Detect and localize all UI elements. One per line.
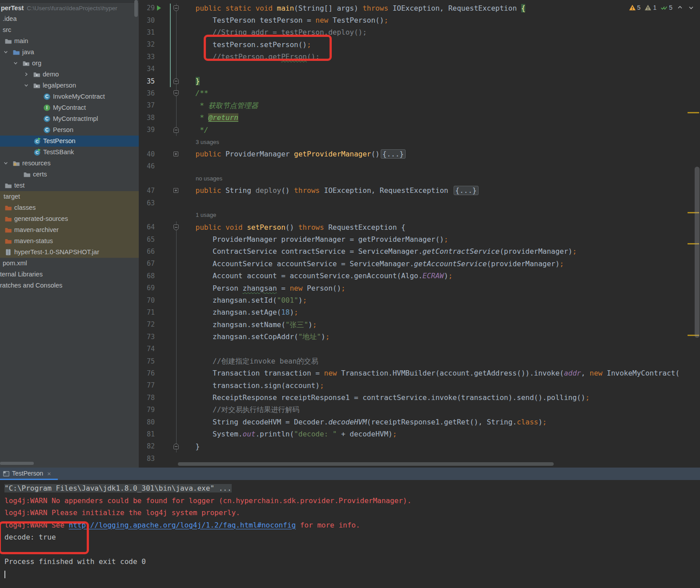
- chevron-right-icon[interactable]: [23, 71, 30, 78]
- editor-line-31[interactable]: 31 //String addr = testPerson.deploy();: [139, 26, 700, 38]
- tree-item-testsbank[interactable]: CTestSBank: [0, 147, 139, 158]
- tree-item-hypertest-1-0-snapshot-jar[interactable]: hyperTest-1.0-SNAPSHOT.jar: [0, 247, 139, 258]
- editor-line-64[interactable]: 64 public void setPerson() throws Reques…: [139, 221, 700, 233]
- editor-line-36[interactable]: 36 /**: [139, 87, 700, 99]
- editor-line-76[interactable]: 76 Transaction transaction = new Transac…: [139, 367, 700, 379]
- tree-item-generated-sources[interactable]: generated-sources: [0, 213, 139, 224]
- tree-item-maven-status[interactable]: maven-status: [0, 236, 139, 247]
- editor-line-79[interactable]: 79 //对交易执行结果进行解码: [139, 404, 700, 416]
- console-link[interactable]: http://logging.apache.org/log4j/1.2/faq.…: [69, 521, 296, 529]
- close-icon[interactable]: ×: [47, 468, 51, 480]
- editor-line-72[interactable]: 72 zhangsan.setName("张三");: [139, 319, 700, 331]
- editor-line-37[interactable]: 37 * 获取节点管理器: [139, 100, 700, 112]
- editor-line-46[interactable]: 46: [139, 160, 700, 172]
- chevron-down-icon[interactable]: [3, 160, 9, 167]
- editor-line-75[interactable]: 75 //创建指定invoke bean的交易: [139, 355, 700, 367]
- tree-item-main[interactable]: main: [0, 36, 139, 47]
- fold-marker[interactable]: [173, 78, 179, 84]
- tree-item-target[interactable]: target: [0, 191, 139, 202]
- chevron-down-icon[interactable]: [3, 49, 9, 56]
- editor-line-32[interactable]: 32 testPerson.setPerson();: [139, 39, 700, 51]
- tree-item-maven-archiver[interactable]: maven-archiver: [0, 224, 139, 236]
- editor-line-73[interactable]: 73 zhangsan.setCopAddr("地址");: [139, 331, 700, 343]
- prev-problem-button[interactable]: [676, 4, 684, 11]
- tree-item-certs[interactable]: certs: [0, 169, 139, 180]
- tree-item-src[interactable]: src: [0, 24, 139, 36]
- tree-item-legalperson[interactable]: legalperson: [0, 80, 139, 91]
- tree-item-mycontractimpl[interactable]: CMyContractImpl: [0, 113, 139, 124]
- svg-text:C: C: [45, 94, 48, 99]
- tree-item-pom-xml[interactable]: pom.xml: [0, 258, 139, 269]
- fold-marker[interactable]: [173, 188, 178, 193]
- editor-line-78[interactable]: 78 ReceiptResponse receiptResponse1 = co…: [139, 392, 700, 404]
- fold-marker[interactable]: [173, 5, 179, 11]
- editor-line-77[interactable]: 77 transaction.sign(account);: [139, 380, 700, 392]
- tree-horizontal-scrollbar[interactable]: [0, 462, 34, 465]
- editor-line-39[interactable]: 39 */: [139, 124, 700, 136]
- next-problem-button[interactable]: [688, 4, 695, 11]
- tree-vertical-scrollbar[interactable]: [134, 0, 138, 17]
- fold-marker[interactable]: [173, 444, 179, 449]
- folder-rust-icon: [4, 237, 12, 245]
- tree-item--idea[interactable]: .idea: [0, 13, 139, 24]
- tree-item-ratches-and-consoles[interactable]: ratches and Consoles: [0, 280, 139, 291]
- warnings-indicator[interactable]: 5: [629, 4, 641, 11]
- code-text: public String deploy() throws IOExceptio…: [178, 184, 700, 196]
- passed-indicator[interactable]: 5: [660, 4, 672, 11]
- editor-line-30[interactable]: 30 TestPerson testPerson = new TestPerso…: [139, 14, 700, 26]
- usages-hint[interactable]: 3 usages: [196, 139, 219, 145]
- tree-item-test[interactable]: test: [0, 180, 139, 191]
- inspections-widget[interactable]: 5 1 5: [629, 4, 695, 11]
- tree-item-resources[interactable]: resources: [0, 158, 139, 169]
- editor-line-47[interactable]: 47 public String deploy() throws IOExcep…: [139, 184, 700, 196]
- editor-line-40[interactable]: 40 public ProviderManager getProviderMan…: [139, 148, 700, 160]
- project-root-node[interactable]: perTest C:\Users\furao\IdeaProjects\hype…: [0, 3, 139, 13]
- editor-line-34[interactable]: 34: [139, 63, 700, 75]
- editor-line-33[interactable]: 33 //testPerson.getPErson();: [139, 51, 700, 63]
- editor-line-71[interactable]: 71 zhangsan.setAge(18);: [139, 306, 700, 318]
- editor-horizontal-scrollbar[interactable]: [178, 462, 554, 466]
- weak-warnings-indicator[interactable]: 1: [644, 4, 656, 11]
- package-icon: [33, 71, 40, 78]
- fold-marker[interactable]: [173, 127, 179, 133]
- editor-line-67[interactable]: 67 AccountService accountService = Servi…: [139, 258, 700, 270]
- tree-item-person[interactable]: CPerson: [0, 124, 139, 136]
- line-number: 74: [139, 345, 155, 353]
- tree-item-mycontract[interactable]: IMyContract: [0, 102, 139, 113]
- svg-text:C: C: [45, 128, 48, 132]
- run-console-output[interactable]: "C:\Program Files\Java\jdk1.8.0_301\bin\…: [0, 480, 700, 588]
- editor-line-29[interactable]: 29 public static void main(String[] args…: [139, 2, 700, 14]
- editor-line-70[interactable]: 70 zhangsan.setId("001");: [139, 294, 700, 306]
- chevron-down-icon[interactable]: [12, 60, 19, 67]
- error-stripe-mark[interactable]: [688, 112, 699, 113]
- editor-line-35[interactable]: 35 }: [139, 75, 700, 87]
- tree-item-invokemycontract[interactable]: CInvokeMyContract: [0, 91, 139, 102]
- line-number: 83: [139, 455, 155, 463]
- tree-item-demo[interactable]: demo: [0, 69, 139, 80]
- interface-icon: I: [43, 104, 51, 112]
- usages-hint[interactable]: 1 usage: [196, 212, 216, 218]
- editor-vertical-scrollbar[interactable]: [695, 167, 700, 338]
- editor-line-81[interactable]: 81 System.out.println("decode: " + decod…: [139, 428, 700, 440]
- editor-line-68[interactable]: 68 Account account = accountService.genA…: [139, 270, 700, 282]
- tree-item-label: pom.xml: [3, 258, 27, 269]
- tree-item-testperson[interactable]: CTestPerson: [0, 136, 139, 147]
- tree-item-ternal-libraries[interactable]: ternal Libraries: [0, 269, 139, 280]
- chevron-down-icon[interactable]: [23, 82, 30, 89]
- fold-marker[interactable]: [173, 224, 179, 230]
- editor-line-63[interactable]: 63: [139, 197, 700, 209]
- tree-item-org[interactable]: org: [0, 58, 139, 69]
- editor-line-74[interactable]: 74: [139, 343, 700, 355]
- editor-line-65[interactable]: 65 ProviderManager providerManager = get…: [139, 233, 700, 245]
- editor-line-66[interactable]: 66 ContractService contractService = Ser…: [139, 245, 700, 257]
- editor-line-82[interactable]: 82 }: [139, 440, 700, 452]
- editor-line-38[interactable]: 38 * @return: [139, 112, 700, 124]
- fold-marker[interactable]: [173, 90, 179, 96]
- usages-hint[interactable]: no usages: [196, 175, 222, 182]
- fold-marker[interactable]: [173, 152, 178, 156]
- run-button[interactable]: [157, 5, 161, 11]
- tree-item-classes[interactable]: classes: [0, 202, 139, 213]
- tree-item-java[interactable]: java: [0, 47, 139, 58]
- editor-line-69[interactable]: 69 Person zhangsan = new Person();: [139, 282, 700, 294]
- editor-line-80[interactable]: 80 String decodeHVM = Decoder.decodeHVM(…: [139, 416, 700, 428]
